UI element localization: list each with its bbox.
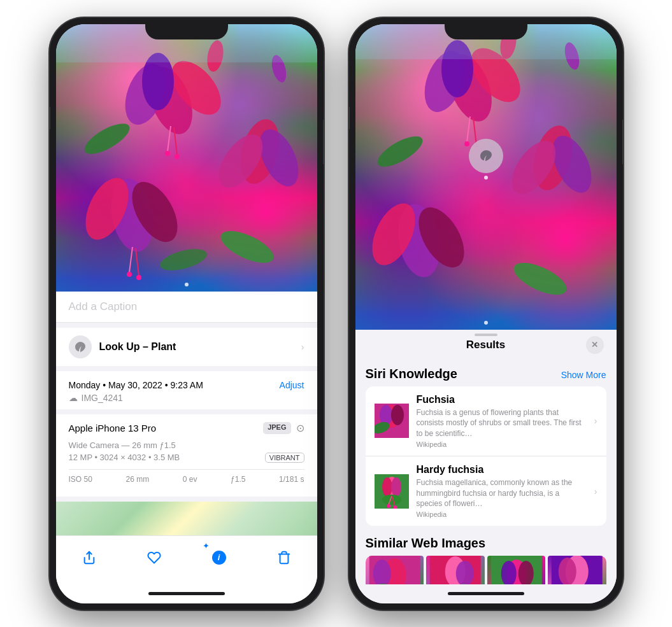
left-phone-screen: Add a Caption Look Up – Plant › Monday xyxy=(56,24,317,603)
svg-line-14 xyxy=(129,247,132,272)
results-header: Results ✕ xyxy=(355,330,617,359)
results-page-indicator xyxy=(484,321,488,325)
web-images-header: Similar Web Images xyxy=(366,536,606,551)
hardy-fuchsia-description: Fuchsia magellanica, commonly known as t… xyxy=(417,477,587,509)
svg-point-17 xyxy=(136,275,141,280)
date-text: Monday • May 30, 2022 • 9:23 AM xyxy=(69,380,203,390)
fuchsia-item[interactable]: Fuchsia Fuchsia is a genus of flowering … xyxy=(366,386,606,456)
web-images-grid xyxy=(366,556,606,584)
svg-point-16 xyxy=(127,272,132,277)
left-phone: Add a Caption Look Up – Plant › Monday xyxy=(50,18,324,610)
svg-point-40 xyxy=(509,256,571,301)
web-image-3[interactable] xyxy=(487,556,546,584)
filename-text: IMG_4241 xyxy=(82,393,123,403)
lookup-chevron: › xyxy=(301,342,304,352)
filename-row: ☁ IMG_4241 xyxy=(69,393,304,403)
photo-page-indicator xyxy=(185,283,189,286)
share-button[interactable] xyxy=(75,544,103,572)
svg-point-20 xyxy=(157,244,209,274)
map-background xyxy=(56,502,317,535)
svg-point-46 xyxy=(380,405,392,425)
lookup-icon xyxy=(69,335,92,358)
exif-mm: 26 mm xyxy=(125,475,149,484)
caption-placeholder[interactable]: Add a Caption xyxy=(69,300,138,313)
svg-point-47 xyxy=(391,405,404,425)
exif-row: ISO 50 26 mm 0 ev ƒ1.5 1/181 s xyxy=(69,469,304,489)
fuchsia-chevron: › xyxy=(594,416,597,426)
svg-point-18 xyxy=(80,118,133,160)
web-images-section: Similar Web Images xyxy=(366,536,606,584)
date-row: Monday • May 30, 2022 • 9:23 AM Adjust xyxy=(69,380,304,390)
mp-text: 12 MP • 3024 × 4032 • 3.5 MB xyxy=(69,453,180,462)
phone-notch xyxy=(145,18,228,39)
format-badge: JPEG xyxy=(263,422,290,434)
badge-row: JPEG ⊙ xyxy=(263,422,304,434)
hardy-fuchsia-chevron: › xyxy=(594,486,597,497)
right-phone-screen: Results ✕ Siri Knowledge Show More xyxy=(355,24,617,603)
map-section[interactable] xyxy=(56,502,317,535)
web-image-4[interactable] xyxy=(548,556,606,584)
exif-aperture: ƒ1.5 xyxy=(231,475,245,484)
flower-overlay xyxy=(56,24,317,292)
svg-point-31 xyxy=(464,141,469,146)
svg-point-39 xyxy=(373,130,426,173)
vi-leaf-icon xyxy=(478,148,494,164)
hardy-fuchsia-source: Wikipedia xyxy=(417,511,587,518)
web-image-2[interactable] xyxy=(426,556,485,584)
exif-shutter: 1/181 s xyxy=(279,475,304,484)
results-panel: Results ✕ Siri Knowledge Show More xyxy=(355,330,617,584)
results-title: Results xyxy=(386,339,586,351)
photo-area[interactable] xyxy=(56,24,317,292)
caption-row[interactable]: Add a Caption xyxy=(56,292,317,323)
fuchsia-thumbnail xyxy=(375,404,409,438)
web-images-title: Similar Web Images xyxy=(366,536,486,551)
svg-line-29 xyxy=(467,116,470,142)
svg-line-15 xyxy=(136,248,139,276)
knowledge-card: Fuchsia Fuchsia is a genus of flowering … xyxy=(366,386,606,526)
left-toolbar: ✦ i xyxy=(56,535,317,584)
results-photo-area[interactable] xyxy=(355,24,617,330)
fuchsia-description: Fuchsia is a genus of flowering plants t… xyxy=(417,407,587,439)
svg-point-52 xyxy=(391,477,401,497)
close-button[interactable]: ✕ xyxy=(586,336,604,354)
location-icon: ⊙ xyxy=(296,422,304,434)
right-phone-notch xyxy=(445,18,527,39)
camera-specs: Wide Camera — 26 mm ƒ1.5 xyxy=(69,440,304,450)
visual-intelligence-button[interactable] xyxy=(469,139,503,173)
web-image-1[interactable] xyxy=(366,556,424,584)
siri-knowledge-title: Siri Knowledge xyxy=(366,367,457,381)
show-more-button[interactable]: Show More xyxy=(561,370,606,380)
info-area: Add a Caption Look Up – Plant › Monday xyxy=(56,292,317,535)
fuchsia-source: Wikipedia xyxy=(417,440,587,448)
fuchsia-content: Fuchsia Fuchsia is a genus of flowering … xyxy=(417,394,587,448)
vi-dot xyxy=(484,176,488,180)
results-home-bar xyxy=(448,592,524,595)
hardy-fuchsia-item[interactable]: Hardy fuchsia Fuchsia magellanica, commo… xyxy=(366,456,606,526)
svg-point-6 xyxy=(165,151,170,156)
cloud-icon: ☁ xyxy=(69,393,78,403)
svg-point-19 xyxy=(216,224,278,269)
fuchsia-title: Fuchsia xyxy=(417,394,587,405)
vibrant-badge: VIBRANT xyxy=(265,453,304,463)
right-phone: Results ✕ Siri Knowledge Show More xyxy=(349,18,623,610)
svg-point-7 xyxy=(175,154,180,159)
date-section: Monday • May 30, 2022 • 9:23 AM Adjust ☁… xyxy=(56,371,317,409)
adjust-button[interactable]: Adjust xyxy=(280,380,304,390)
results-scroll[interactable]: Siri Knowledge Show More xyxy=(355,359,617,584)
favorite-button[interactable] xyxy=(140,544,168,572)
svg-point-51 xyxy=(382,477,392,497)
lookup-text: Look Up – Plant xyxy=(99,341,176,353)
lookup-row[interactable]: Look Up – Plant › xyxy=(56,328,317,366)
hardy-fuchsia-title: Hardy fuchsia xyxy=(417,464,587,476)
leaf-icon xyxy=(74,341,87,353)
svg-point-56 xyxy=(387,504,390,508)
info-button[interactable]: ✦ i xyxy=(205,544,233,572)
hardy-fuchsia-content: Hardy fuchsia Fuchsia magellanica, commo… xyxy=(417,464,587,518)
device-name: Apple iPhone 13 Pro xyxy=(69,423,157,433)
exif-ev: 0 ev xyxy=(183,475,197,484)
delete-button[interactable] xyxy=(270,544,298,572)
drag-bar xyxy=(475,334,497,336)
siri-knowledge-header: Siri Knowledge Show More xyxy=(366,367,606,381)
device-section: Apple iPhone 13 Pro JPEG ⊙ Wide Camera —… xyxy=(56,414,317,497)
sparkle-icon: ✦ xyxy=(203,541,210,551)
